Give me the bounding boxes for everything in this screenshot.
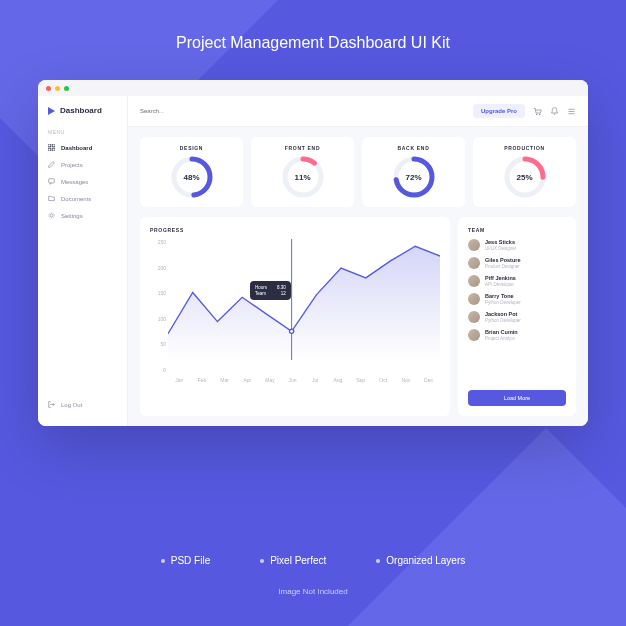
kpi-title: PRODUCTION (504, 145, 545, 151)
team-member-name: Piff Jenkins (485, 275, 516, 281)
sidebar-item-messages[interactable]: Messages (38, 173, 127, 190)
sidebar-item-label: Messages (61, 179, 88, 185)
menu-icon[interactable] (567, 107, 576, 116)
kpi-title: DESIGN (180, 145, 203, 151)
kpi-card[interactable]: FRONT END 11% (251, 137, 354, 207)
logout-icon (48, 401, 55, 408)
kpi-value: 11% (281, 155, 325, 199)
brand-logo-icon (48, 107, 55, 115)
progress-title: PROGRESS (150, 227, 440, 233)
footer-disclaimer: Image Not Included (0, 587, 626, 596)
folder-icon (48, 195, 55, 202)
team-row[interactable]: Brian Cumin Project Analyst (468, 329, 566, 341)
svg-point-8 (539, 113, 541, 115)
team-row[interactable]: Piff Jenkins API Developer (468, 275, 566, 287)
team-member-name: Jess Sticks (485, 239, 516, 245)
team-row[interactable]: Barry Tone Python Developer (468, 293, 566, 305)
bullet-icon (161, 559, 165, 563)
svg-point-19 (290, 330, 293, 333)
topbar: Upgrade Pro (128, 96, 588, 127)
kpi-value: 72% (392, 155, 436, 199)
sidebar-item-settings[interactable]: Settings (38, 207, 127, 224)
brand[interactable]: Dashboard (38, 106, 127, 123)
donut-chart: 25% (503, 155, 547, 199)
traffic-light-maximize[interactable] (64, 86, 69, 91)
team-row[interactable]: Jess Sticks UI/UX Designer (468, 239, 566, 251)
sidebar: Dashboard MENU Dashboard Projects Messag… (38, 96, 128, 426)
footer-item: Organized Layers (376, 555, 465, 566)
sidebar-item-documents[interactable]: Documents (38, 190, 127, 207)
sidebar-item-projects[interactable]: Projects (38, 156, 127, 173)
kpi-card[interactable]: PRODUCTION 25% (473, 137, 576, 207)
logout-label: Log Out (61, 402, 82, 408)
avatar (468, 275, 480, 287)
avatar (468, 293, 480, 305)
browser-window: Dashboard MENU Dashboard Projects Messag… (38, 80, 588, 426)
logout-button[interactable]: Log Out (38, 393, 127, 416)
footer-item-label: Pixel Perfect (270, 555, 326, 566)
team-member-role: Project Analyst (485, 336, 518, 341)
footer-item-label: Organized Layers (386, 555, 465, 566)
search-input[interactable] (140, 108, 465, 114)
load-more-button[interactable]: Load More (468, 390, 566, 406)
team-list: Jess Sticks UI/UX Designer Giles Posture… (468, 239, 566, 384)
kpi-card[interactable]: BACK END 72% (362, 137, 465, 207)
bell-icon[interactable] (550, 107, 559, 116)
traffic-light-close[interactable] (46, 86, 51, 91)
footer-item-label: PSD File (171, 555, 210, 566)
team-row[interactable]: Jackson Pot Python Developer (468, 311, 566, 323)
svg-rect-4 (49, 179, 55, 183)
team-member-name: Brian Cumin (485, 329, 518, 335)
avatar (468, 311, 480, 323)
x-axis: JanFebMarAprMayJunJulAugSepOctNovDec (168, 377, 440, 389)
sidebar-item-label: Documents (61, 196, 91, 202)
edit-icon (48, 161, 55, 168)
donut-chart: 11% (281, 155, 325, 199)
sidebar-section-label: MENU (38, 123, 127, 139)
sidebar-item-label: Projects (61, 162, 83, 168)
svg-rect-2 (48, 148, 51, 151)
team-member-role: Product Designer (485, 264, 520, 269)
kpi-value: 48% (170, 155, 214, 199)
kpi-row: DESIGN 48% FRONT END 11% BACK END 72% PR… (140, 137, 576, 207)
kpi-title: FRONT END (285, 145, 320, 151)
gear-icon (48, 212, 55, 219)
tooltip-value: 8.30 (277, 285, 286, 290)
grid-icon (48, 144, 55, 151)
upgrade-button[interactable]: Upgrade Pro (473, 104, 525, 118)
tooltip-key: Team (255, 291, 266, 296)
svg-point-6 (49, 213, 55, 219)
team-member-role: API Developer (485, 282, 516, 287)
sidebar-item-label: Dashboard (61, 145, 92, 151)
window-chrome (38, 80, 588, 96)
team-member-role: Python Developer (485, 318, 521, 323)
tooltip-value: 12 (281, 291, 286, 296)
team-card: TEAM Jess Sticks UI/UX Designer Giles Po… (458, 217, 576, 416)
kpi-card[interactable]: DESIGN 48% (140, 137, 243, 207)
team-member-name: Giles Posture (485, 257, 520, 263)
sidebar-item-dashboard[interactable]: Dashboard (38, 139, 127, 156)
footer-features: PSD FilePixel PerfectOrganized Layers (0, 555, 626, 566)
sidebar-item-label: Settings (61, 213, 83, 219)
bullet-icon (260, 559, 264, 563)
team-member-role: UI/UX Designer (485, 246, 516, 251)
page-title: Project Management Dashboard UI Kit (0, 0, 626, 52)
team-row[interactable]: Giles Posture Product Designer (468, 257, 566, 269)
kpi-value: 25% (503, 155, 547, 199)
traffic-light-minimize[interactable] (55, 86, 60, 91)
team-member-name: Jackson Pot (485, 311, 521, 317)
team-member-role: Python Developer (485, 300, 521, 305)
avatar (468, 257, 480, 269)
chat-icon (48, 178, 55, 185)
progress-card: PROGRESS 250200150100500 JanFebMarAprMay… (140, 217, 450, 416)
bg-shape (348, 428, 626, 626)
team-title: TEAM (468, 227, 566, 233)
svg-rect-3 (52, 148, 55, 151)
footer-item: PSD File (161, 555, 210, 566)
team-member-name: Barry Tone (485, 293, 521, 299)
progress-chart: 250200150100500 JanFebMarAprMayJunJulAug… (150, 239, 440, 389)
footer-item: Pixel Perfect (260, 555, 326, 566)
svg-rect-0 (48, 144, 51, 147)
donut-chart: 72% (392, 155, 436, 199)
cart-icon[interactable] (533, 107, 542, 116)
